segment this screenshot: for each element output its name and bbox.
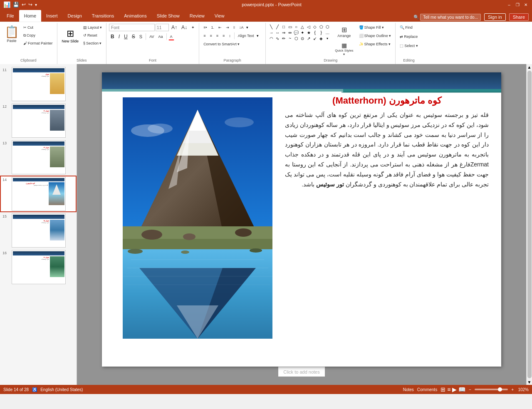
scroll-thumb[interactable] [527, 71, 532, 378]
quick-redo[interactable]: ↪ [28, 2, 32, 7]
shape-connector[interactable]: ↗ [306, 35, 312, 41]
shape-fill-button[interactable]: 🪣 Shape Fill ▾ [357, 24, 393, 31]
tab-transitions[interactable]: Transitions [87, 10, 119, 22]
shape-rtriangle[interactable]: ◁ [306, 24, 312, 30]
increase-indent-button[interactable]: ⇥ [224, 24, 231, 31]
close-button[interactable]: ✕ [523, 2, 529, 7]
slide-thumbnail-13[interactable]: 13 عنوان ۱۳ متن توضیحات [0, 139, 77, 176]
tab-insert[interactable]: Insert [41, 10, 63, 22]
shape-star5[interactable]: ★ [306, 30, 312, 35]
align-left-button[interactable]: ≡ [202, 32, 207, 40]
scroll-up-button[interactable]: ▲ [527, 64, 532, 70]
outline-view-button[interactable]: ≡ [447, 386, 450, 393]
quick-styles-button[interactable]: ▦ Quick Styles ▾ [333, 41, 355, 57]
slide-mountain-image[interactable] [123, 97, 272, 339]
reset-button[interactable]: ↺ Reset [82, 32, 104, 39]
scroll-down-button[interactable]: ▼ [527, 379, 532, 385]
shape-diamond[interactable]: ◇ [312, 24, 318, 30]
shape-outline-button[interactable]: ⬜ Shape Outline ▾ [357, 32, 393, 40]
italic-button[interactable]: I [117, 33, 121, 40]
decrease-font-button[interactable]: A↓ [180, 24, 189, 31]
vertical-scrollbar[interactable]: ▲ ▼ [526, 64, 532, 385]
font-color-button[interactable]: A [168, 33, 174, 40]
shape-connector2[interactable]: ↙ [312, 35, 318, 41]
line-spacing-button[interactable]: ↕ [227, 32, 233, 40]
normal-view-button[interactable]: ⊞ [440, 386, 445, 393]
slide-canvas[interactable]: کوه ماترهورن (Matterhorn) قله تیز و برجس… [102, 72, 501, 367]
align-text-dropdown[interactable]: ▾ [257, 34, 259, 38]
slide-thumbnail-14[interactable]: 14 کوه ماترهورن قله تیز و برجسته سوئیس [0, 176, 77, 212]
paste-button[interactable]: 📋 Paste [2, 24, 21, 44]
shape-hexagon[interactable]: ⬡ [324, 24, 330, 30]
tab-view[interactable]: View [210, 10, 230, 22]
shape-oval[interactable]: ○ [293, 24, 299, 30]
shape-rect[interactable]: □ [281, 24, 287, 30]
replace-button[interactable]: ⇄ Replace [398, 33, 419, 40]
shape-scribble[interactable]: ~ [287, 35, 293, 41]
notes-area[interactable]: Click to add notes [278, 367, 324, 377]
numbering-button[interactable]: 1. [210, 24, 216, 31]
convert-smartart-button[interactable]: Convert to SmartArt ▾ [202, 40, 241, 48]
shape-rounded-rect[interactable]: ▭ [287, 24, 293, 30]
comments-button[interactable]: Comments [417, 387, 437, 392]
new-slide-button[interactable]: ⊞ New Slide [60, 24, 81, 48]
zoom-out-button[interactable]: − [469, 387, 471, 392]
shape-pentagon[interactable]: ⬠ [318, 24, 324, 30]
slideshow-view-button[interactable]: ▶ [452, 386, 457, 393]
align-center-button[interactable]: ≡ [208, 32, 213, 40]
shape-arc[interactable]: ◠ [268, 35, 274, 41]
strikethrough-button[interactable]: S [130, 33, 137, 40]
shape-arrow2[interactable]: ↔ [275, 30, 280, 35]
slide-thumbnail-12[interactable]: 12 عنوان ۱۲ متن توضیحات [0, 102, 77, 139]
shape-freeform[interactable]: ✏ [281, 35, 287, 41]
accessibility-icon[interactable]: ♿ [32, 387, 37, 392]
change-case-button[interactable]: Aa [156, 33, 164, 40]
justify-button[interactable]: ≡ [221, 32, 226, 40]
increase-font-button[interactable]: A↑ [170, 24, 179, 31]
align-right-button[interactable]: ≡ [215, 32, 220, 40]
quick-undo[interactable]: ↩ [22, 2, 26, 7]
decrease-indent-button[interactable]: ⇤ [217, 24, 223, 31]
quick-styles-dropdown[interactable]: ▾ [343, 52, 345, 56]
copy-button[interactable]: ⧉ Copy [22, 32, 54, 39]
slide-body-text[interactable]: قله تیز و برجسته سوئیس به عنوان یکی از م… [285, 110, 489, 189]
tab-home[interactable]: Home [19, 10, 41, 22]
bullets-button[interactable]: ≡• [202, 24, 208, 31]
shape-arrow4[interactable]: ⇔ [287, 30, 293, 35]
zoom-in-button[interactable]: + [511, 387, 514, 392]
underline-button[interactable]: U [122, 33, 129, 40]
shape-more[interactable]: … [324, 30, 330, 35]
cut-button[interactable]: ✂ Cut [22, 24, 54, 31]
shape-callout[interactable]: 💬 [293, 30, 299, 35]
clear-format-button[interactable]: ✦ [190, 24, 196, 31]
text-direction-button[interactable]: ↕A [238, 24, 245, 31]
shape-arrow3[interactable]: ⇒ [281, 30, 287, 35]
font-size-input[interactable] [156, 24, 169, 31]
canvas-area[interactable]: کوه ماترهورن (Matterhorn) قله تیز و برجس… [77, 64, 526, 385]
notes-button[interactable]: Notes [403, 387, 414, 392]
arrange-button[interactable]: ⊞ Arrange [333, 24, 355, 40]
tab-review[interactable]: Review [185, 10, 210, 22]
quick-save[interactable]: 💾 [13, 2, 19, 7]
shape-bracket[interactable]: { [312, 30, 318, 35]
shape-custom[interactable]: ◈ [318, 35, 324, 41]
shape-wave[interactable]: ∿ [275, 35, 280, 41]
share-button[interactable]: Share [509, 13, 529, 21]
shape-triangle[interactable]: △ [299, 24, 305, 30]
font-name-input[interactable] [109, 24, 155, 31]
sign-in-button[interactable]: Sign in [484, 13, 506, 21]
tab-file[interactable]: File [2, 10, 19, 22]
zoom-level[interactable]: 102% [517, 387, 529, 392]
shape-brace[interactable]: } [318, 30, 324, 35]
shape-star4[interactable]: ✦ [299, 30, 305, 35]
align-text-button[interactable]: Align Text [236, 32, 256, 40]
slide-thumbnail-16[interactable]: 16 عنوان ۱۶ متن توضیحات [0, 249, 77, 285]
character-spacing-button[interactable]: AV [148, 33, 156, 40]
find-button[interactable]: 🔍 Find [398, 24, 414, 31]
tab-animations[interactable]: Animations [119, 10, 151, 22]
layout-button[interactable]: ▤ Layout ▾ [82, 24, 104, 31]
zoom-slider[interactable] [475, 389, 508, 390]
restore-button[interactable]: ❐ [515, 2, 520, 7]
slide-text-area[interactable]: کوه ماترهورن (Matterhorn) قله تیز و برجس… [285, 95, 489, 189]
bold-button[interactable]: B [109, 33, 116, 40]
